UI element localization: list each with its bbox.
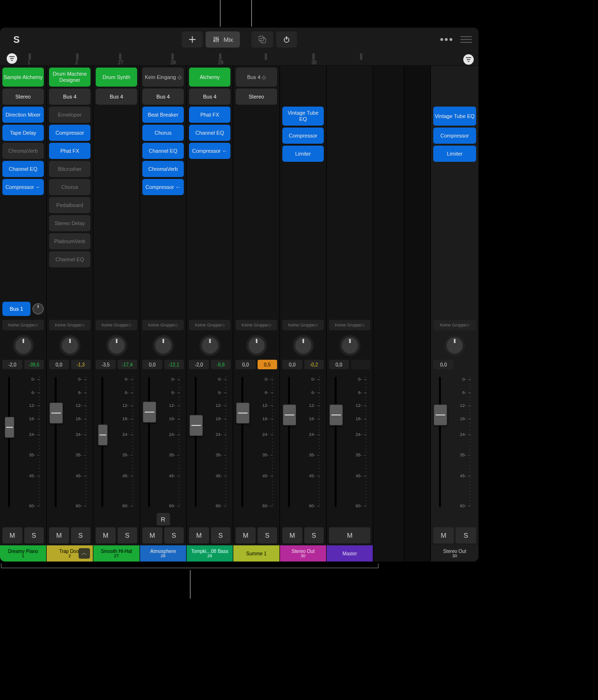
track-name-bar[interactable]: Trap Door2︿ (47, 545, 93, 562)
pan-knob[interactable] (246, 335, 267, 356)
fader-handle[interactable] (143, 402, 156, 423)
fx-slot[interactable]: Tape Delay (2, 125, 44, 141)
fader-handle[interactable] (283, 404, 296, 425)
fx-slot[interactable]: Vintage Tube EQ (433, 107, 476, 126)
group-slot[interactable]: Keine Gruppe◇ (2, 320, 44, 330)
mute-button[interactable]: M (189, 527, 209, 543)
fx-slot[interactable]: Pedalboard (49, 197, 90, 213)
instrument-slot[interactable]: Kein Eingang ◇ (142, 68, 184, 87)
track-name-bar[interactable]: Summe 1 (233, 545, 279, 562)
instrument-slot[interactable]: Bus 4 ◇ (236, 68, 277, 87)
fx-slot[interactable]: Beat Breaker (142, 107, 184, 123)
fader-handle[interactable] (434, 404, 447, 425)
mute-button[interactable]: M (282, 527, 302, 543)
pan-knob[interactable] (339, 335, 360, 356)
fx-slot[interactable]: Compressor ← (142, 179, 184, 195)
mix-view-button[interactable]: Mix (205, 31, 239, 48)
fader-handle[interactable] (5, 417, 14, 438)
instrument-slot[interactable]: Sample Alchemy (2, 68, 44, 87)
fader-handle[interactable] (50, 403, 63, 424)
mute-button[interactable]: M (329, 527, 370, 543)
pan-knob[interactable] (293, 335, 314, 356)
fx-slot[interactable]: ChromaVerb (142, 161, 184, 177)
fx-slot[interactable]: Enveloper (49, 107, 90, 123)
output-routing-slot[interactable]: Stereo (2, 89, 44, 105)
pan-knob[interactable] (60, 335, 80, 356)
fx-slot[interactable]: Direction Mixer (2, 107, 44, 123)
group-slot[interactable]: Keine Gruppe◇ (96, 320, 137, 330)
pan-knob[interactable] (106, 335, 127, 356)
track-stack-toggle[interactable]: ︿ (79, 548, 90, 559)
solo-button[interactable]: S (456, 527, 476, 543)
fx-slot[interactable]: Channel EQ (189, 125, 230, 141)
filter-menu-button-right[interactable] (463, 54, 474, 65)
solo-button[interactable]: S (304, 527, 324, 543)
track-name-bar[interactable]: Smooth Hi-Hat27 (93, 545, 140, 562)
track-name-bar[interactable]: Master (327, 545, 373, 562)
fx-slot[interactable]: Stereo Delay (49, 215, 90, 231)
fx-slot[interactable]: Channel EQ (142, 143, 184, 159)
fx-slot[interactable]: Bitcrusher (49, 161, 90, 177)
solo-button[interactable]: S (24, 527, 44, 543)
fader-handle[interactable] (329, 404, 343, 425)
group-slot[interactable]: Keine Gruppe◇ (329, 320, 370, 330)
mute-button[interactable]: M (2, 527, 22, 543)
pan-knob[interactable] (199, 335, 220, 356)
fx-slot[interactable]: Vintage Tube EQ (282, 107, 324, 126)
track-name-bar[interactable]: Stereo Out30 (431, 545, 478, 562)
group-slot[interactable]: Keine Gruppe◇ (282, 320, 324, 330)
fx-slot[interactable]: Channel EQ (2, 161, 44, 177)
solo-button[interactable]: S (118, 527, 138, 543)
filter-menu-button[interactable] (7, 53, 17, 64)
fx-slot[interactable]: Compressor (49, 125, 90, 141)
track-name-bar[interactable]: Tompki…08 Bass29 (187, 545, 233, 562)
fx-slot[interactable]: Compressor (282, 128, 324, 144)
instrument-slot[interactable]: Drum Machine Designer (49, 68, 90, 87)
fx-slot[interactable]: Chorus (142, 125, 184, 141)
group-slot[interactable]: Keine Gruppe◇ (49, 320, 90, 330)
fader-handle[interactable] (98, 424, 108, 445)
fx-slot[interactable]: Compressor (433, 128, 476, 144)
solo-button[interactable]: S (164, 527, 184, 543)
fx-slot[interactable]: Compressor ← (2, 179, 44, 195)
group-slot[interactable]: Keine Gruppe◇ (433, 320, 476, 330)
solo-indicator[interactable]: S (13, 34, 20, 45)
mute-button[interactable]: M (433, 527, 454, 543)
selection-link-button[interactable] (251, 31, 273, 48)
solo-button[interactable]: S (71, 527, 91, 543)
output-routing-slot[interactable]: Bus 4 (142, 89, 184, 105)
output-routing-slot[interactable]: Bus 4 (96, 89, 137, 105)
group-slot[interactable]: Keine Gruppe◇ (236, 320, 277, 330)
solo-button[interactable]: S (258, 527, 278, 543)
record-enable-button[interactable]: R (157, 513, 170, 525)
fader-handle[interactable] (236, 403, 249, 424)
group-slot[interactable]: Keine Gruppe◇ (142, 320, 184, 330)
fx-slot[interactable]: PlatinumVerb (49, 233, 90, 249)
instrument-slot[interactable]: Drum Synth (96, 68, 137, 87)
fx-slot[interactable]: Limiter (282, 146, 324, 162)
fx-slot[interactable]: Channel EQ (49, 251, 90, 267)
fader-handle[interactable] (189, 415, 203, 436)
solo-button[interactable]: S (211, 527, 231, 543)
mute-button[interactable]: M (49, 527, 69, 543)
instrument-slot[interactable]: Alchemy (189, 68, 230, 87)
fx-slot[interactable]: Phat FX (49, 143, 90, 159)
send-slot[interactable]: Bus 1 (2, 302, 30, 316)
send-level-knob[interactable] (32, 303, 44, 315)
mute-button[interactable]: M (236, 527, 256, 543)
track-name-bar[interactable]: Dreamy Piano1 (0, 545, 46, 562)
fx-slot[interactable]: ChromaVerb (2, 143, 44, 159)
output-routing-slot[interactable]: Stereo (236, 89, 277, 105)
channel-overview-ruler[interactable]: 1227282930 (0, 51, 478, 66)
pan-knob[interactable] (13, 335, 34, 356)
fx-slot[interactable]: Phat FX (189, 107, 230, 123)
fx-slot[interactable]: Compressor ← (189, 143, 230, 159)
mute-button[interactable]: M (96, 527, 116, 543)
output-routing-slot[interactable]: Bus 4 (189, 89, 230, 105)
pan-knob[interactable] (153, 335, 174, 356)
add-track-button[interactable] (181, 31, 202, 48)
track-name-bar[interactable]: Stereo Out30 (280, 545, 326, 562)
power-button[interactable] (276, 31, 297, 48)
more-menu-button[interactable]: ••• (440, 33, 454, 46)
group-slot[interactable]: Keine Gruppe◇ (189, 320, 230, 330)
